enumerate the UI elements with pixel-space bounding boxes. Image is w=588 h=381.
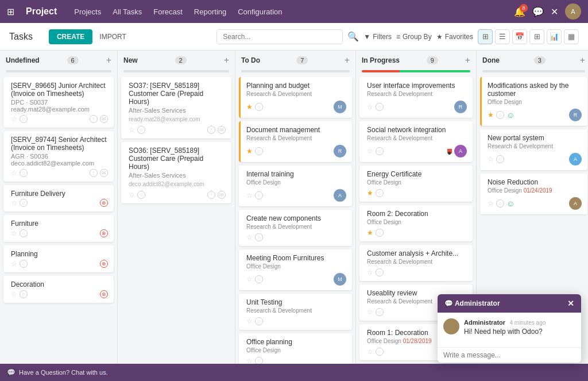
nav-all-tasks[interactable]: All Tasks	[113, 7, 142, 16]
status-icon[interactable]: ○	[20, 115, 28, 123]
action-icon[interactable]: ↑	[90, 169, 98, 177]
card-energy-cert[interactable]: Energy Certificate Office Design ★ ○	[359, 166, 473, 202]
status-icon[interactable]: ○	[376, 268, 384, 276]
star-icon[interactable]: ★	[367, 229, 373, 237]
star-icon[interactable]: ☆	[11, 169, 17, 177]
card-noise-reduction[interactable]: Noise Reduction Office Design 01/24/2019…	[480, 174, 587, 214]
status-icon[interactable]: ○	[496, 199, 504, 207]
star-icon[interactable]: ☆	[11, 290, 17, 298]
status-icon[interactable]: ○	[376, 348, 384, 356]
status-icon[interactable]: ○	[255, 191, 263, 199]
card-planning-budget[interactable]: Planning and budget Research & Developme…	[239, 77, 352, 118]
nav-reporting[interactable]: Reporting	[194, 7, 226, 16]
action-icon[interactable]: ↑	[90, 115, 98, 123]
star-icon[interactable]: ☆	[367, 308, 373, 316]
card-new-components[interactable]: Create new components Research & Develop…	[239, 210, 352, 246]
status-icon[interactable]: ○	[20, 199, 28, 207]
star-icon[interactable]: ☆	[488, 199, 494, 207]
star-icon[interactable]: ☆	[129, 126, 135, 134]
col-add-done[interactable]: +	[580, 55, 585, 66]
groupby-button[interactable]: ≡ Group By	[396, 33, 432, 41]
nav-forecast[interactable]: Forecast	[153, 7, 183, 16]
search-input[interactable]	[216, 29, 343, 44]
status-icon[interactable]: ○	[137, 126, 145, 134]
chat-icon[interactable]: 💬	[532, 6, 544, 17]
block-icon[interactable]: ✉	[100, 169, 108, 177]
card-furniture[interactable]: Furniture ☆ ○ ⊗	[3, 215, 114, 242]
star-icon[interactable]: ☆	[11, 199, 17, 207]
chat-input[interactable]	[443, 351, 575, 359]
block-icon[interactable]: ✉	[218, 126, 226, 134]
card-meeting-room[interactable]: Meeting Room Furnitures Office Design ☆ …	[239, 249, 352, 290]
card-customer-analysis[interactable]: Customer analysis + Archite... Research …	[359, 245, 473, 281]
card-senior-architect[interactable]: [SERV_89744] Senior Architect (Invoice o…	[3, 131, 114, 182]
col-add-inprogress[interactable]: +	[465, 55, 470, 66]
card-so37[interactable]: SO37: [SERV_585189] Customer Care (Prepa…	[121, 77, 231, 138]
star-icon[interactable]: ☆	[246, 233, 253, 241]
pivot-view-icon[interactable]: ⊞	[529, 29, 544, 44]
action-icon[interactable]: ↑	[207, 191, 215, 199]
favorites-button[interactable]: ★ Favorites	[436, 33, 473, 41]
status-icon[interactable]: ○	[137, 191, 145, 199]
chart-view-icon[interactable]: 📊	[547, 29, 562, 44]
star-icon[interactable]: ★	[246, 103, 253, 111]
filters-button[interactable]: ▼ Filters	[363, 33, 392, 41]
chat-close-button[interactable]: ✕	[567, 299, 574, 308]
block-icon[interactable]: ✉	[100, 115, 108, 123]
star-icon[interactable]: ★	[367, 189, 373, 197]
status-icon[interactable]: ○	[255, 275, 263, 283]
status-icon[interactable]: ○	[255, 103, 263, 111]
create-button[interactable]: CREATE	[49, 29, 92, 44]
card-planning[interactable]: Planning ☆ ○ ⊗	[3, 245, 114, 272]
col-add-undefined[interactable]: +	[106, 55, 111, 66]
status-icon[interactable]: ○	[20, 260, 28, 268]
col-add-todo[interactable]: +	[345, 55, 350, 66]
status-icon[interactable]: ○	[255, 147, 263, 155]
kanban-view-icon[interactable]: ⊞	[478, 29, 493, 44]
calendar-view-icon[interactable]: 📅	[512, 29, 527, 44]
card-internal-training[interactable]: Internal training Office Design ☆ ○ A	[239, 166, 352, 206]
star-icon[interactable]: ☆	[246, 191, 253, 199]
card-room2[interactable]: Room 2: Decoration Office Design ★ ○	[359, 205, 473, 241]
card-new-portal[interactable]: New portal system Research & Development…	[480, 129, 587, 170]
status-icon[interactable]: ○	[20, 229, 28, 237]
block-icon[interactable]: ⊗	[100, 229, 108, 237]
star-icon[interactable]: ☆	[11, 260, 17, 268]
card-unit-testing[interactable]: Unit Testing Research & Development ☆ ○	[239, 294, 352, 330]
card-decoration[interactable]: Decoration ☆ ○ ⊗	[3, 276, 114, 303]
star-icon[interactable]: ☆	[11, 115, 17, 123]
search-icon[interactable]: 🔍	[347, 31, 359, 42]
card-doc-mgmt[interactable]: Document management Research & Developme…	[239, 121, 352, 162]
star-icon[interactable]: ☆	[11, 229, 17, 237]
nav-configuration[interactable]: Configuration	[238, 7, 282, 16]
block-icon[interactable]: ⊗	[100, 260, 108, 268]
card-so36[interactable]: SO36: [SERV_585189] Customer Care (Prepa…	[121, 142, 231, 203]
import-button[interactable]: IMPORT	[99, 33, 126, 41]
star-icon[interactable]: ★	[246, 147, 253, 155]
grid-icon[interactable]: ⊞	[7, 6, 14, 17]
star-icon[interactable]: ☆	[488, 155, 494, 163]
status-icon[interactable]: ○	[20, 290, 28, 298]
status-icon[interactable]: ○	[376, 103, 384, 111]
star-icon[interactable]: ☆	[367, 147, 373, 155]
star-icon[interactable]: ☆	[367, 348, 373, 356]
star-icon[interactable]: ☆	[129, 191, 135, 199]
card-junior-architect[interactable]: [SERV_89665] Junior Architect (Invoice o…	[3, 77, 114, 128]
star-icon[interactable]: ☆	[246, 317, 253, 325]
action-icon[interactable]: ↑	[207, 126, 215, 134]
star-icon[interactable]: ☆	[367, 103, 373, 111]
status-icon[interactable]: ○	[376, 308, 384, 316]
status-icon[interactable]: ○	[376, 147, 384, 155]
notification-icon[interactable]: 🔔8	[514, 6, 525, 17]
block-icon[interactable]: ⊗	[100, 199, 108, 207]
list-view-icon[interactable]: ☰	[495, 29, 510, 44]
nav-projects[interactable]: Projects	[74, 7, 101, 16]
status-icon[interactable]: ○	[20, 169, 28, 177]
card-modifications[interactable]: Modifications asked by the customer Offi…	[480, 77, 587, 126]
star-icon[interactable]: ☆	[246, 275, 253, 283]
close-icon[interactable]: ✕	[551, 6, 558, 17]
block-icon[interactable]: ✉	[218, 191, 226, 199]
col-add-new[interactable]: +	[224, 55, 229, 66]
card-social-network[interactable]: Social network integration Research & De…	[359, 121, 473, 162]
status-icon[interactable]: ○	[255, 233, 263, 241]
